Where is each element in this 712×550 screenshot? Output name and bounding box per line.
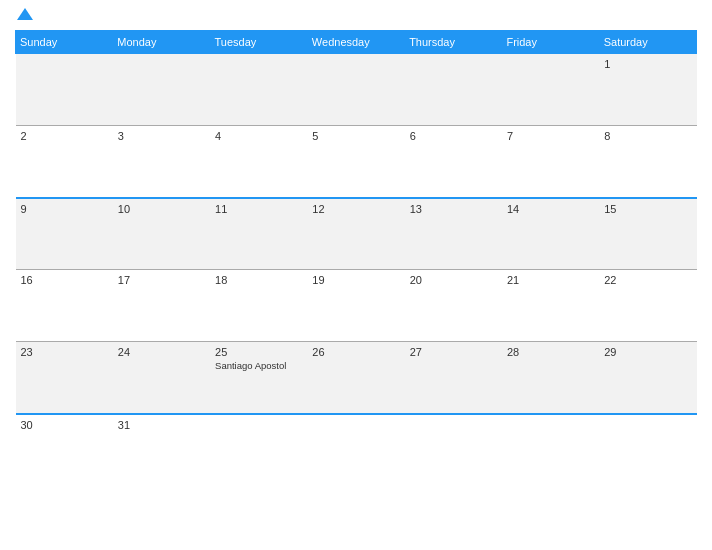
weekday-sunday: Sunday (16, 31, 113, 54)
calendar-cell: 20 (405, 270, 502, 342)
calendar-cell: 8 (599, 126, 696, 198)
calendar-body: 1234567891011121314151617181920212223242… (16, 54, 697, 486)
calendar-cell: 1 (599, 54, 696, 126)
calendar-cell (405, 54, 502, 126)
calendar-cell: 21 (502, 270, 599, 342)
day-number: 25 (215, 346, 302, 358)
calendar-cell (210, 54, 307, 126)
calendar-cell: 19 (307, 270, 404, 342)
day-number: 13 (410, 203, 497, 215)
calendar-cell: 23 (16, 342, 113, 414)
calendar-cell: 2 (16, 126, 113, 198)
calendar-cell: 18 (210, 270, 307, 342)
day-number: 8 (604, 130, 691, 142)
calendar-week-row: 3031 (16, 414, 697, 486)
calendar-cell: 3 (113, 126, 210, 198)
calendar-cell (307, 414, 404, 486)
calendar-cell: 4 (210, 126, 307, 198)
day-number: 7 (507, 130, 594, 142)
calendar-cell (502, 54, 599, 126)
day-number: 27 (410, 346, 497, 358)
day-number: 17 (118, 274, 205, 286)
calendar-cell (307, 54, 404, 126)
calendar-cell: 6 (405, 126, 502, 198)
day-number: 26 (312, 346, 399, 358)
calendar-cell (405, 414, 502, 486)
calendar-cell: 11 (210, 198, 307, 270)
calendar-cell (113, 54, 210, 126)
day-number: 20 (410, 274, 497, 286)
calendar-cell: 15 (599, 198, 696, 270)
calendar-cell: 16 (16, 270, 113, 342)
calendar-cell: 24 (113, 342, 210, 414)
weekday-monday: Monday (113, 31, 210, 54)
day-number: 10 (118, 203, 205, 215)
event-label: Santiago Apostol (215, 360, 302, 371)
calendar-cell (210, 414, 307, 486)
logo-triangle-icon (17, 8, 33, 20)
day-number: 16 (21, 274, 108, 286)
calendar-cell: 30 (16, 414, 113, 486)
day-number: 19 (312, 274, 399, 286)
day-number: 9 (21, 203, 108, 215)
day-number: 24 (118, 346, 205, 358)
day-number: 12 (312, 203, 399, 215)
calendar-header-row: SundayMondayTuesdayWednesdayThursdayFrid… (16, 31, 697, 54)
calendar-table: SundayMondayTuesdayWednesdayThursdayFrid… (15, 30, 697, 486)
calendar-header (15, 10, 697, 22)
day-number: 5 (312, 130, 399, 142)
calendar-week-row: 1 (16, 54, 697, 126)
weekday-friday: Friday (502, 31, 599, 54)
weekday-wednesday: Wednesday (307, 31, 404, 54)
day-number: 6 (410, 130, 497, 142)
day-number: 29 (604, 346, 691, 358)
calendar-cell (502, 414, 599, 486)
calendar-cell: 13 (405, 198, 502, 270)
calendar-cell (599, 414, 696, 486)
calendar-week-row: 9101112131415 (16, 198, 697, 270)
weekday-saturday: Saturday (599, 31, 696, 54)
calendar-cell: 7 (502, 126, 599, 198)
calendar-week-row: 2345678 (16, 126, 697, 198)
calendar-cell: 27 (405, 342, 502, 414)
day-number: 14 (507, 203, 594, 215)
calendar-cell: 28 (502, 342, 599, 414)
calendar-cell: 25Santiago Apostol (210, 342, 307, 414)
day-number: 2 (21, 130, 108, 142)
weekday-tuesday: Tuesday (210, 31, 307, 54)
day-number: 31 (118, 419, 205, 431)
day-number: 28 (507, 346, 594, 358)
calendar-cell: 22 (599, 270, 696, 342)
calendar-cell: 29 (599, 342, 696, 414)
calendar-cell (16, 54, 113, 126)
weekday-thursday: Thursday (405, 31, 502, 54)
day-number: 1 (604, 58, 691, 70)
logo (15, 10, 33, 22)
day-number: 11 (215, 203, 302, 215)
day-number: 4 (215, 130, 302, 142)
calendar-cell: 31 (113, 414, 210, 486)
weekday-header: SundayMondayTuesdayWednesdayThursdayFrid… (16, 31, 697, 54)
calendar-cell: 10 (113, 198, 210, 270)
day-number: 15 (604, 203, 691, 215)
calendar-cell: 12 (307, 198, 404, 270)
day-number: 30 (21, 419, 108, 431)
day-number: 3 (118, 130, 205, 142)
calendar-week-row: 16171819202122 (16, 270, 697, 342)
calendar-cell: 5 (307, 126, 404, 198)
calendar-week-row: 232425Santiago Apostol26272829 (16, 342, 697, 414)
calendar-cell: 26 (307, 342, 404, 414)
calendar-wrapper: SundayMondayTuesdayWednesdayThursdayFrid… (0, 0, 712, 550)
day-number: 21 (507, 274, 594, 286)
calendar-cell: 9 (16, 198, 113, 270)
calendar-cell: 14 (502, 198, 599, 270)
day-number: 23 (21, 346, 108, 358)
calendar-cell: 17 (113, 270, 210, 342)
day-number: 18 (215, 274, 302, 286)
day-number: 22 (604, 274, 691, 286)
